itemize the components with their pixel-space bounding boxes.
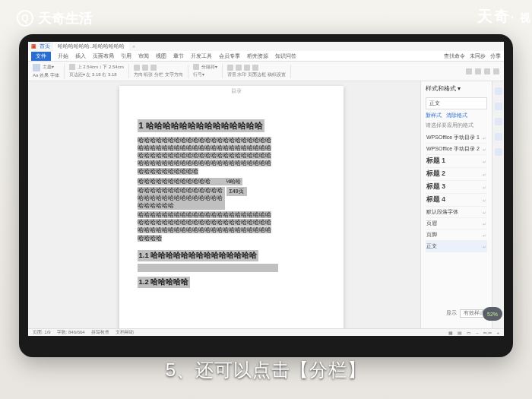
status-bar: 页面: 1/9 字数: 846/664 拼写检查 文档帮助 ▦ ▤ ▭ − ━○…: [28, 328, 504, 336]
watermark-text: 天奇生活: [38, 9, 93, 27]
rail-icon-3[interactable]: [495, 118, 502, 125]
ribbon-orient-group: 方向 纸张 分栏 文字方向: [134, 65, 188, 78]
document-viewport[interactable]: 目录 1 哈哈哈哈哈哈哈哈哈哈哈哈哈哈 哈哈哈哈哈哈哈哈哈哈哈哈哈哈哈哈哈哈哈哈…: [42, 81, 420, 328]
ribbon-bg-group: 背景 水印 页面边框 稿纸设置: [227, 65, 291, 78]
panel-hint: 请选择要应用的格式: [426, 122, 487, 129]
menu-knowledge[interactable]: 知识问答: [275, 52, 296, 60]
fraction-badge[interactable]: ½哈哈: [225, 178, 243, 185]
style-item[interactable]: 页脚↵: [426, 230, 487, 241]
body-para-2[interactable]: 哈哈哈哈哈哈哈哈哈哈哈哈: [138, 178, 225, 185]
zoom-bubble[interactable]: 52%: [483, 307, 502, 321]
panel-title[interactable]: 样式和格式 ▾: [426, 84, 487, 93]
work-area: 目录 1 哈哈哈哈哈哈哈哈哈哈哈哈哈哈 哈哈哈哈哈哈哈哈哈哈哈哈哈哈哈哈哈哈哈哈…: [28, 81, 504, 328]
menu-devtools[interactable]: 开发工具: [191, 52, 212, 60]
style-item[interactable]: 默认段落字体↵: [426, 207, 487, 218]
ruler-mark: 目录: [231, 87, 242, 95]
status-page[interactable]: 页面: 1/9: [33, 329, 51, 336]
monitor-frame: ▣ 首页 哈哈哈哈哈哈..哈哈哈哈哈哈 + 文件 开始 插入 页面布局 引用 审…: [19, 34, 513, 357]
subtitle-caption: 5、还可以点击【分栏】: [0, 358, 532, 382]
clear-format-link[interactable]: 清除格式: [446, 112, 467, 119]
show-label: 显示: [446, 310, 457, 317]
menu-vip[interactable]: 会员专享: [219, 52, 240, 60]
rail-icon-5[interactable]: [495, 148, 502, 156]
style-item[interactable]: WPSOffice 手动目录 2↵: [426, 144, 487, 155]
menu-insert[interactable]: 插入: [75, 52, 86, 60]
style-item[interactable]: 标题 4↵: [426, 194, 487, 207]
page-canvas[interactable]: 目录 1 哈哈哈哈哈哈哈哈哈哈哈哈哈哈 哈哈哈哈哈哈哈哈哈哈哈哈哈哈哈哈哈哈哈哈…: [119, 86, 344, 328]
ribbon-breaks-group: 分隔符▾ 行号▾: [193, 64, 223, 78]
linenum-icon[interactable]: [252, 65, 258, 71]
panel-rail: [492, 81, 504, 328]
ribbon-theme-group: 主题▾ Aa 效果 字体: [33, 64, 65, 79]
app-screen: ▣ 首页 哈哈哈哈哈哈..哈哈哈哈哈哈 + 文件 开始 插入 页面布局 引用 审…: [28, 42, 504, 336]
heading-1[interactable]: 1 哈哈哈哈哈哈哈哈哈哈哈哈哈哈: [138, 119, 264, 132]
columns-icon[interactable]: [150, 65, 157, 71]
watermark-top-left: Q 天奇生活: [17, 9, 93, 27]
pane-icon[interactable]: [493, 68, 499, 74]
menu-chapter[interactable]: 章节: [173, 52, 184, 60]
style-item[interactable]: 标题 1↵: [426, 155, 487, 168]
sync-status[interactable]: 未同步: [470, 52, 486, 60]
orientation-icon[interactable]: [134, 65, 140, 71]
align-icon[interactable]: [466, 68, 472, 74]
watermark-top-right: 天奇· 视: [477, 6, 532, 27]
style-item[interactable]: 页眉↵: [426, 218, 487, 230]
window-titlebar: ▣ 首页 哈哈哈哈哈哈..哈哈哈哈哈哈 +: [28, 42, 504, 51]
menu-layout[interactable]: 页面布局: [93, 52, 114, 60]
status-help[interactable]: 文档帮助: [116, 329, 134, 336]
rail-icon-4[interactable]: [495, 133, 502, 141]
selected-strip[interactable]: [138, 264, 278, 272]
zoom-slider[interactable]: ━○━: [483, 330, 492, 335]
style-item[interactable]: 标题 3↵: [426, 181, 487, 194]
menu-references[interactable]: 引用: [121, 52, 131, 60]
rail-icon-2[interactable]: [495, 103, 502, 110]
watermark-icon: Q: [17, 10, 33, 27]
left-gutter: [28, 81, 42, 328]
sigma-badge[interactable]: Σ49页: [226, 187, 247, 196]
group-icon[interactable]: [475, 68, 481, 74]
zoom-out-icon[interactable]: −: [476, 331, 479, 335]
current-style-box[interactable]: 正文: [426, 97, 487, 109]
menu-review[interactable]: 审阅: [138, 52, 149, 60]
menu-view[interactable]: 视图: [156, 52, 166, 60]
app-logo-icon: ▣: [31, 43, 36, 49]
document-tab[interactable]: 哈哈哈哈哈哈..哈哈哈哈哈哈: [53, 42, 129, 51]
style-list: WPSOffice 手动目录 1↵WPSOffice 手动目录 2↵标题 1↵标…: [426, 132, 487, 252]
menu-file[interactable]: 文件: [31, 52, 51, 61]
break-icon[interactable]: [193, 64, 199, 70]
ribbon-toolbar: 主题▾ Aa 效果 字体 上 2.54cm ↕ 下 2.54cm 页边距▾ 左 …: [28, 62, 504, 81]
view-mode-1-icon[interactable]: ▦: [448, 330, 453, 335]
home-tab[interactable]: 首页: [40, 43, 50, 50]
size-icon[interactable]: [142, 65, 148, 71]
zoom-in-icon[interactable]: +: [496, 331, 499, 335]
new-style-link[interactable]: 新样式: [426, 112, 442, 119]
ribbon-margins-group: 上 2.54cm ↕ 下 2.54cm 页边距▾ 左 3.18 右 3.18: [69, 64, 129, 78]
body-para-4[interactable]: 哈哈哈哈哈哈哈哈哈哈哈哈哈哈哈哈哈哈哈哈哈哈哈哈哈哈哈哈哈哈哈哈哈哈哈哈哈哈哈哈…: [138, 211, 271, 241]
heading-1-2[interactable]: 1.2 哈哈哈哈哈: [138, 277, 191, 288]
border-icon[interactable]: [244, 65, 250, 71]
new-tab-button[interactable]: +: [132, 44, 135, 49]
rail-icon-1[interactable]: [495, 87, 502, 95]
watermark-icon[interactable]: [236, 65, 242, 71]
styles-panel: 样式和格式 ▾ 正文 新样式 清除格式 请选择要应用的格式 WPSOffice …: [420, 81, 504, 328]
heading-1-1[interactable]: 1.1 哈哈哈哈哈哈哈哈哈哈哈哈哈哈: [138, 250, 259, 261]
style-item[interactable]: 正文↵: [426, 241, 487, 252]
menu-home[interactable]: 开始: [58, 52, 68, 60]
margin-icon[interactable]: [69, 64, 75, 70]
search-command[interactable]: 查找命令: [444, 52, 465, 60]
theme-icon[interactable]: [33, 64, 40, 71]
body-para-1[interactable]: 哈哈哈哈哈哈哈哈哈哈哈哈哈哈哈哈哈哈哈哈哈哈哈哈哈哈哈哈哈哈哈哈哈哈哈哈哈哈哈哈…: [138, 137, 271, 175]
status-words[interactable]: 字数: 846/664: [57, 329, 85, 336]
rotate-icon[interactable]: [484, 68, 490, 74]
style-item[interactable]: 标题 2↵: [426, 168, 487, 181]
bg-icon[interactable]: [227, 65, 233, 71]
menu-bar: 文件 开始 插入 页面布局 引用 审阅 视图 章节 开发工具 会员专享 稻壳资源…: [28, 51, 504, 62]
status-spell[interactable]: 拼写检查: [91, 329, 109, 336]
share-button[interactable]: 分享: [490, 52, 501, 60]
view-mode-3-icon[interactable]: ▭: [467, 330, 471, 335]
body-para-3[interactable]: 哈哈哈哈哈哈哈哈哈哈哈哈哈哈哈哈哈哈哈哈哈哈哈哈哈哈哈哈哈哈哈哈哈哈: [138, 187, 225, 210]
menu-resources[interactable]: 稻壳资源: [247, 52, 268, 60]
view-mode-2-icon[interactable]: ▤: [458, 330, 462, 335]
style-item[interactable]: WPSOffice 手动目录 1↵: [426, 132, 487, 144]
